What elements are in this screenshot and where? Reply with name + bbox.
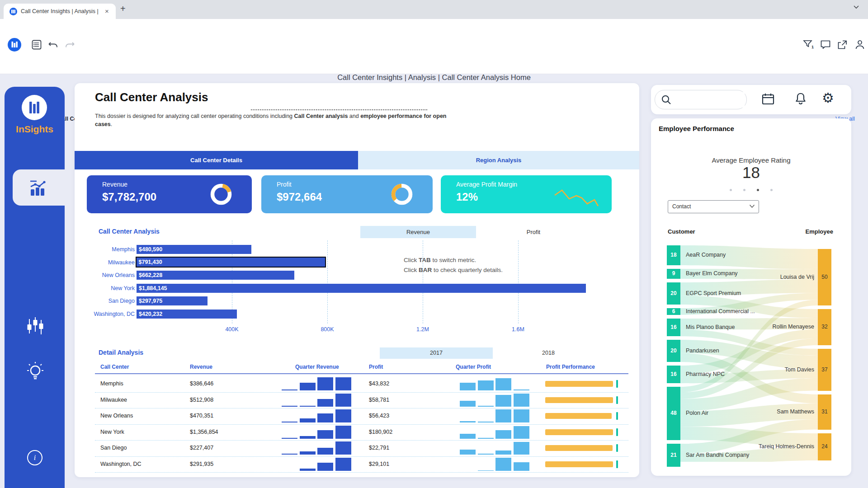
cell-profit-performance-bar — [545, 397, 613, 403]
sankey-customer-value: 18 — [667, 252, 680, 258]
mini-bar — [460, 383, 476, 390]
sankey-employee-value: 24 — [818, 443, 831, 450]
mini-bar — [282, 454, 297, 455]
mini-bar — [335, 426, 351, 439]
column-header-profit: Profit — [369, 364, 383, 370]
info-icon[interactable]: i — [27, 450, 42, 465]
employee-performance-card: Employee Performance Average Employee Ra… — [651, 118, 851, 476]
filter-funnel-icon[interactable]: 1 — [803, 39, 815, 50]
cell-profit-performance-bar — [545, 381, 613, 387]
mini-bar — [282, 438, 297, 439]
cell-quarter-profit — [457, 393, 529, 407]
mini-bar — [300, 406, 316, 407]
cell-profit-performance-bar — [545, 429, 613, 435]
sankey-customer-label: Mis Planoo Banque — [686, 324, 735, 330]
cell-call-center: New Orleans — [100, 408, 133, 424]
mini-bar — [514, 442, 529, 455]
column-header-call-center: Call Center — [100, 364, 129, 370]
sankey-employee-value: 37 — [818, 366, 831, 373]
sidebar: InSights i — [5, 87, 65, 488]
sankey-employee-label: Tom Davies — [737, 366, 814, 373]
mini-bar — [495, 409, 511, 422]
undo-icon[interactable] — [48, 40, 59, 50]
search-input[interactable] — [675, 92, 745, 108]
redo-icon[interactable] — [64, 40, 75, 50]
column-header-quarter-profit: Quarter Profit — [456, 364, 491, 370]
cell-profit-performance-bar — [545, 413, 612, 419]
candlestick-chart-icon[interactable] — [25, 316, 45, 336]
mini-bar — [300, 383, 316, 390]
mini-bar — [478, 438, 494, 439]
sankey-flow — [680, 378, 818, 411]
mini-bar — [282, 422, 297, 422]
mstr-logo-icon[interactable] — [7, 38, 22, 52]
cell-revenue: $227,407 — [190, 440, 213, 456]
mini-bar — [514, 462, 529, 471]
app-toolbar: Call Center Insights | Analysis | Call C… — [0, 33, 868, 56]
tab-search-chevron-icon[interactable] — [854, 5, 859, 9]
calendar-icon[interactable] — [761, 92, 775, 106]
cell-quarter-revenue — [278, 441, 351, 455]
cell-call-center: Milwaukee — [100, 392, 127, 408]
browser-tab[interactable]: Call Center Insights | Analysis | × — [4, 4, 116, 19]
sankey-customer-label: International Commercial ... — [686, 308, 755, 314]
mini-bar — [300, 436, 316, 439]
sankey-customer-label: Polon Air — [686, 410, 708, 416]
insights-logo-icon[interactable] — [22, 95, 47, 120]
cell-profit: $58,781 — [369, 392, 389, 408]
mini-bar — [317, 430, 333, 439]
rating-dot[interactable] — [730, 189, 732, 191]
notifications-bell-icon[interactable] — [794, 92, 807, 106]
sankey-employee-label: Tareiq Holmes-Dennis — [737, 443, 814, 450]
settings-gear-icon[interactable]: ⚙ — [822, 90, 834, 106]
column-header-profit-performance: Profit Performance — [546, 364, 595, 370]
brand-name: InSights — [5, 124, 65, 135]
sankey-employee-label: Rollin Menayese — [737, 324, 814, 330]
comment-icon[interactable] — [820, 40, 831, 50]
rating-dot[interactable] — [770, 189, 773, 191]
column-header-quarter-revenue: Quarter Revenue — [295, 364, 339, 370]
mini-bar — [514, 426, 529, 439]
sankey-employee-label: Louisa de Vrij — [737, 274, 814, 280]
cell-quarter-profit — [457, 377, 529, 390]
table-row: Washington, DC$291,935$29,101 — [95, 456, 628, 473]
mini-bar — [514, 409, 529, 422]
new-tab-button[interactable]: + — [120, 4, 126, 14]
cell-revenue: $470,351 — [190, 408, 213, 424]
share-icon[interactable] — [837, 39, 849, 50]
lightbulb-icon[interactable] — [25, 361, 45, 381]
cell-profit: $56,423 — [369, 408, 389, 424]
mini-bar — [514, 394, 529, 407]
mini-bar — [317, 413, 333, 422]
tab-title: Call Center Insights | Analysis | — [21, 8, 101, 14]
sankey-customer-label: Bayer Elm Company — [686, 270, 738, 277]
favicon-microstrategy-icon — [9, 8, 17, 15]
tab-close-icon[interactable]: × — [105, 7, 109, 15]
toc-list-icon[interactable] — [32, 40, 42, 50]
mini-bar — [495, 395, 511, 407]
dossier-title: Call Center Insights | Analysis | Call C… — [253, 73, 615, 82]
mini-bar — [495, 430, 511, 439]
cell-quarter-revenue — [278, 377, 351, 390]
rating-dot[interactable] — [743, 189, 745, 191]
search-box[interactable] — [655, 90, 747, 109]
mini-bar — [460, 421, 476, 422]
mini-bar — [300, 469, 316, 471]
mini-bar — [282, 406, 297, 407]
mini-bar — [495, 378, 511, 390]
rating-dot-active[interactable] — [757, 189, 759, 191]
cell-quarter-revenue — [278, 425, 351, 439]
account-icon[interactable] — [855, 39, 865, 50]
combo-chart-icon[interactable] — [28, 178, 48, 197]
mini-bar — [317, 377, 333, 390]
sankey-customer-label: AeaR Company — [686, 252, 726, 258]
cell-quarter-revenue — [278, 393, 351, 407]
column-header-revenue: Revenue — [190, 364, 212, 370]
search-icon — [661, 95, 671, 104]
profit-performance-tick — [616, 460, 618, 468]
sankey-flow — [680, 296, 818, 318]
sankey-customer-label: Sar Am Bandhi Company — [686, 452, 749, 458]
sankey-flow — [680, 353, 818, 404]
cell-call-center: San Diego — [100, 440, 127, 456]
cell-revenue: $512,908 — [190, 392, 213, 408]
